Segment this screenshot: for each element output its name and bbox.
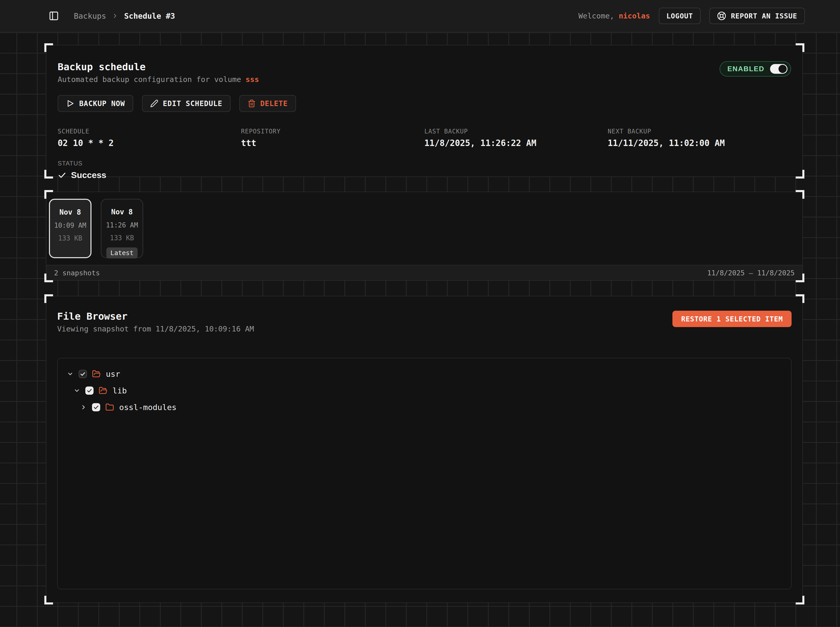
snapshot-time: 11:26 AM <box>106 221 138 229</box>
status-label: STATUS <box>58 160 791 167</box>
corner-bracket <box>44 274 53 282</box>
field-label: NEXT BACKUP <box>608 128 791 135</box>
field-value: 11/11/2025, 11:02:00 AM <box>608 138 791 148</box>
snapshot-time: 10:09 AM <box>54 222 86 229</box>
welcome-prefix: Welcome, <box>578 11 614 20</box>
toggle-switch[interactable] <box>770 64 788 74</box>
top-bar-right: Welcome, nicolas LOGOUT REPORT AN ISSUE <box>578 8 805 24</box>
edit-schedule-button[interactable]: EDIT SCHEDULE <box>142 95 231 112</box>
snapshot-count: 2 snapshots <box>54 269 100 277</box>
check-icon <box>58 171 66 180</box>
restore-label: RESTORE 1 SELECTED ITEM <box>681 315 783 323</box>
corner-bracket <box>796 294 804 303</box>
field-next-backup: NEXT BACKUP 11/11/2025, 11:02:00 AM <box>608 128 791 148</box>
status-value: Success <box>58 170 791 180</box>
field-repository: REPOSITORY ttt <box>241 128 425 148</box>
snapshot-card-selected[interactable]: Nov 8 10:09 AM 133 KB <box>49 199 92 258</box>
snapshots-section: Nov 8 10:09 AM 133 KB Nov 8 11:26 AM 133… <box>46 192 803 281</box>
field-last-backup: LAST BACKUP 11/8/2025, 11:26:22 AM <box>424 128 608 148</box>
field-value: 11/8/2025, 11:26:22 AM <box>424 138 608 148</box>
corner-bracket <box>796 43 804 52</box>
tree-row-ossl-modules[interactable]: ossl-modules <box>58 399 791 416</box>
report-issue-button[interactable]: REPORT AN ISSUE <box>709 8 805 24</box>
latest-badge: Latest <box>106 247 137 258</box>
restore-selected-button[interactable]: RESTORE 1 SELECTED ITEM <box>673 311 791 327</box>
field-label: SCHEDULE <box>58 128 241 135</box>
field-label: LAST BACKUP <box>424 128 608 135</box>
backup-schedule-card: Backup schedule Automated backup configu… <box>46 45 803 177</box>
checkbox-ossl-modules[interactable] <box>92 403 100 411</box>
status-field: STATUS Success <box>58 160 791 180</box>
report-issue-label: REPORT AN ISSUE <box>731 12 797 20</box>
breadcrumb-backups[interactable]: Backups <box>74 11 106 20</box>
chevron-down-icon[interactable] <box>74 387 80 394</box>
tree-row-usr[interactable]: usr <box>58 365 791 382</box>
field-schedule: SCHEDULE 02 10 * * 2 <box>58 128 241 148</box>
enabled-toggle[interactable]: ENABLED <box>720 61 791 77</box>
field-value: ttt <box>241 138 425 148</box>
corner-bracket <box>796 170 804 178</box>
tree-item-name: usr <box>106 369 120 378</box>
tree-item-name: lib <box>112 386 127 395</box>
welcome-text: Welcome, nicolas <box>578 11 650 20</box>
snapshot-date: Nov 8 <box>60 208 81 216</box>
corner-bracket <box>796 596 804 605</box>
sidebar-toggle-button[interactable] <box>49 11 59 21</box>
checkbox-lib[interactable] <box>85 386 93 395</box>
schedule-subtitle-text: Automated backup configuration for volum… <box>58 75 241 84</box>
top-bar: Backups Schedule #3 Welcome, nicolas LOG… <box>0 0 840 32</box>
file-browser-card: File Browser Viewing snapshot from 11/8/… <box>46 296 803 603</box>
snapshot-date: Nov 8 <box>111 208 133 216</box>
logout-button[interactable]: LOGOUT <box>659 8 701 24</box>
backup-now-button[interactable]: BACKUP NOW <box>58 95 133 112</box>
panel-left-icon <box>49 11 59 21</box>
checkbox-usr[interactable] <box>79 370 87 378</box>
schedule-title: Backup schedule <box>58 61 259 72</box>
tree-row-lib[interactable]: lib <box>58 382 791 399</box>
corner-bracket <box>44 190 53 199</box>
snapshot-list: Nov 8 10:09 AM 133 KB Nov 8 11:26 AM 133… <box>46 192 802 265</box>
corner-bracket <box>796 190 804 199</box>
schedule-fields: SCHEDULE 02 10 * * 2 REPOSITORY ttt LAST… <box>58 128 791 148</box>
file-browser-subtitle: Viewing snapshot from 11/8/2025, 10:09:1… <box>57 325 254 333</box>
username-text: nicolas <box>619 11 650 20</box>
delete-label: DELETE <box>261 99 288 108</box>
folder-open-icon <box>99 386 107 395</box>
corner-bracket <box>796 274 804 282</box>
corner-bracket <box>44 43 53 52</box>
breadcrumb-current: Schedule #3 <box>124 11 175 20</box>
corner-bracket <box>44 596 53 605</box>
snapshot-size: 133 KB <box>58 234 82 242</box>
schedule-subtitle: Automated backup configuration for volum… <box>58 75 259 84</box>
chevron-right-icon <box>112 13 118 19</box>
file-browser-title: File Browser <box>57 311 254 322</box>
status-text: Success <box>71 170 106 180</box>
play-icon <box>66 99 74 108</box>
breadcrumb: Backups Schedule #3 <box>74 11 175 20</box>
snapshot-card-latest[interactable]: Nov 8 11:26 AM 133 KB Latest <box>101 199 143 258</box>
snapshots-footer: 2 snapshots 11/8/2025 – 11/8/2025 <box>46 265 802 280</box>
backup-now-label: BACKUP NOW <box>79 99 125 108</box>
file-tree: usr lib <box>57 358 791 589</box>
pencil-icon <box>150 99 158 107</box>
folder-icon <box>105 403 114 411</box>
corner-bracket <box>44 294 53 303</box>
volume-name: sss <box>245 75 259 84</box>
folder-open-icon <box>92 370 101 378</box>
field-label: REPOSITORY <box>241 128 425 135</box>
field-value: 02 10 * * 2 <box>58 138 241 148</box>
chevron-down-icon[interactable] <box>67 370 74 377</box>
trash-icon <box>248 99 256 107</box>
logout-label: LOGOUT <box>666 12 693 20</box>
tree-item-name: ossl-modules <box>119 403 177 412</box>
enabled-label: ENABLED <box>727 65 764 73</box>
chevron-right-icon[interactable] <box>80 404 87 411</box>
toggle-knob <box>778 65 787 73</box>
delete-button[interactable]: DELETE <box>239 95 296 112</box>
corner-bracket <box>44 170 53 178</box>
edit-schedule-label: EDIT SCHEDULE <box>163 99 223 108</box>
snapshot-date-range: 11/8/2025 – 11/8/2025 <box>707 269 795 277</box>
snapshot-size: 133 KB <box>110 234 134 242</box>
lifebuoy-icon <box>717 11 726 20</box>
